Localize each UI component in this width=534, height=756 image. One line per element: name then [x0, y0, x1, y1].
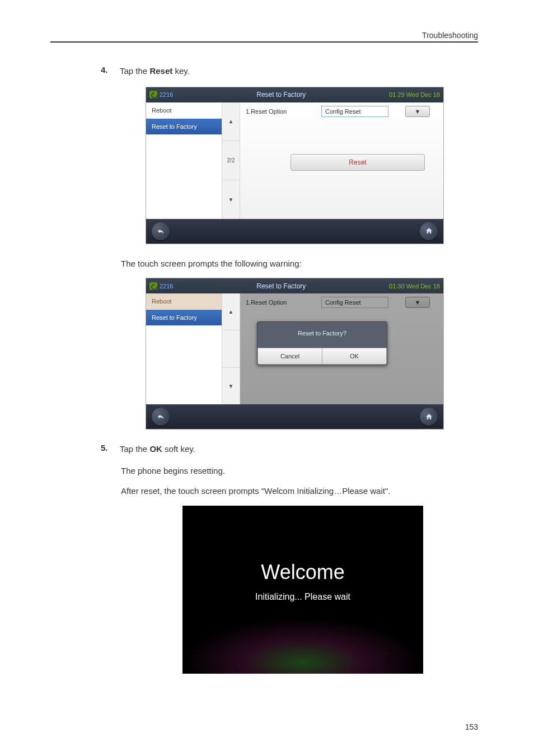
scroll-column: ▲ ▼: [222, 293, 240, 404]
content-area: 1.Reset Option Config Reset ▼ Reset: [240, 102, 443, 219]
user-icon: [149, 91, 157, 99]
home-button[interactable]: [420, 222, 438, 240]
modal-buttons: Cancel OK: [257, 348, 387, 365]
scroll-down-button[interactable]: ▼: [222, 180, 240, 219]
home-icon: [425, 413, 433, 421]
step-4: 4. Tap the Reset key.: [101, 65, 478, 78]
after-reset-text: After reset, the touch screen prompts "W…: [121, 485, 478, 498]
scroll-up-button[interactable]: ▲: [222, 102, 240, 142]
screen-title: Reset to Factory: [173, 91, 389, 99]
resetting-text: The phone begins resetting.: [121, 465, 478, 478]
content-area: 1.Reset Option Config Reset ▼ Reset to F…: [240, 293, 443, 404]
option-label: 1.Reset Option: [246, 108, 305, 115]
side-item-reset-to-factory[interactable]: Reset to Factory: [146, 310, 222, 326]
home-icon: [425, 227, 433, 235]
page-header: Troubleshooting: [50, 31, 478, 43]
confirm-modal: Reset to Factory? Cancel OK: [257, 321, 387, 365]
step-number: 4.: [101, 65, 112, 78]
side-item-reset-to-factory[interactable]: Reset to Factory: [146, 119, 222, 135]
welcome-subtext: Initializing... Please wait: [255, 592, 350, 602]
extension-badge: 2216: [149, 91, 173, 99]
side-menu: Reboot Reset to Factory: [146, 293, 222, 404]
ok-button[interactable]: OK: [322, 348, 387, 365]
reset-button[interactable]: Reset: [291, 154, 425, 171]
back-button[interactable]: [152, 408, 170, 426]
option-value[interactable]: Config Reset: [321, 106, 388, 117]
clock: 01 29 Wed Dec 18: [389, 91, 440, 98]
scroll-position: 2/2: [222, 141, 240, 180]
section-title: Troubleshooting: [422, 31, 478, 40]
warning-intro-text: The touch screen prompts the following w…: [121, 258, 478, 270]
welcome-heading: Welcome: [261, 561, 344, 584]
phone-header: 2216 Reset to Factory 01:30 Wed Dec 18: [146, 278, 443, 293]
phone-footer: [146, 404, 443, 429]
step-text: Tap the Reset key.: [120, 65, 190, 78]
dropdown-button[interactable]: ▼: [405, 106, 430, 117]
scroll-column: ▲ 2/2 ▼: [222, 102, 240, 219]
phone-screenshot-confirm: 2216 Reset to Factory 01:30 Wed Dec 18 R…: [146, 278, 444, 430]
screen-title: Reset to Factory: [173, 282, 389, 290]
home-button[interactable]: [420, 408, 438, 426]
phone-screenshot-reset: 2216 Reset to Factory 01 29 Wed Dec 18 R…: [146, 87, 444, 244]
clock: 01:30 Wed Dec 18: [389, 283, 440, 290]
phone-footer: [146, 219, 443, 244]
page-number: 153: [465, 722, 478, 731]
side-item-reboot[interactable]: Reboot: [146, 293, 222, 310]
scroll-position: [222, 330, 240, 367]
back-icon: [156, 412, 165, 421]
scroll-down-button[interactable]: ▼: [222, 368, 240, 404]
back-button[interactable]: [152, 222, 170, 240]
side-item-reboot[interactable]: Reboot: [146, 102, 222, 119]
option-row: 1.Reset Option Config Reset ▼: [240, 102, 443, 120]
decorative-glow: [182, 618, 423, 674]
modal-title: Reset to Factory?: [257, 322, 387, 348]
step-text: Tap the OK soft key.: [120, 443, 195, 456]
user-icon: [149, 282, 157, 290]
phone-header: 2216 Reset to Factory 01 29 Wed Dec 18: [146, 87, 443, 102]
back-icon: [156, 227, 165, 236]
welcome-screenshot: Welcome Initializing... Please wait: [182, 506, 423, 674]
scroll-up-button[interactable]: ▲: [222, 293, 240, 330]
phone-body: Reboot Reset to Factory ▲ ▼ 1.Reset Opti…: [146, 293, 443, 404]
extension-badge: 2216: [149, 282, 173, 290]
cancel-button[interactable]: Cancel: [257, 348, 322, 365]
side-menu: Reboot Reset to Factory: [146, 102, 222, 219]
phone-body: Reboot Reset to Factory ▲ 2/2 ▼ 1.Reset …: [146, 102, 443, 219]
step-number: 5.: [101, 443, 112, 456]
step-5: 5. Tap the OK soft key.: [101, 443, 478, 456]
